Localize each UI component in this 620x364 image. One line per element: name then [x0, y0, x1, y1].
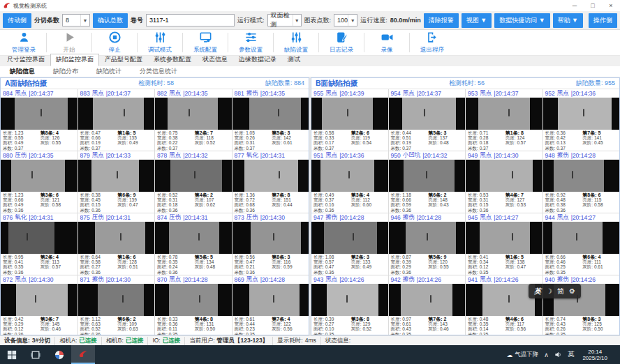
defect-image[interactable]	[466, 160, 542, 192]
defect-image[interactable]	[78, 98, 155, 130]
operate-side-button[interactable]: 操作侧	[589, 13, 617, 28]
tab-2[interactable]: 产品型号配置	[99, 54, 148, 66]
defect-image[interactable]	[232, 222, 309, 254]
tab-5[interactable]: 边缘数据记录	[233, 54, 282, 66]
defect-cell[interactable]: 878 黑点 |20:14:32 长度: 0.52 宽度: 0.31 面积: 0…	[155, 151, 232, 213]
defect-cell[interactable]: 873 压伤 |20:14:30 长度: 0.56 宽度: 0.47 面积: 0…	[232, 213, 309, 275]
minimize-button[interactable]: ─	[566, 0, 584, 11]
defect-image[interactable]	[543, 160, 620, 192]
defect-cell[interactable]: 955 黑点 |20:14:39 长度: 0.58 宽度: 0.33 面积: 0…	[311, 89, 388, 151]
defect-cell[interactable]: 950 小凹坑 |20:14:32 长度: 1.18 宽度: 0.66 面积: …	[389, 151, 466, 213]
defect-image[interactable]	[232, 98, 309, 130]
defect-cell[interactable]: 877 氧化 |20:14:31 长度: 1.36 宽度: 0.72 面积: 0…	[232, 151, 309, 213]
defect-cell[interactable]: 870 黑点 |20:14:28 长度: 0.33 宽度: 0.36 面积: 0…	[155, 275, 232, 335]
tab-1[interactable]: 缺陷监控界面	[50, 54, 99, 66]
tool-stop[interactable]: 停止	[92, 31, 137, 54]
subtab-3[interactable]: 分类信息统计	[140, 67, 177, 76]
moon-icon[interactable]: ☽	[546, 287, 552, 295]
tool-camera[interactable]: 录像	[364, 31, 409, 54]
defect-image[interactable]	[78, 284, 155, 316]
defect-image[interactable]	[311, 284, 388, 316]
ime-english-toggle[interactable]: 英	[534, 287, 541, 296]
defect-cell[interactable]: 869 黑点 |20:14:28 长度: 0.61 宽度: 0.44 面积: 0…	[232, 275, 309, 335]
subtab-1[interactable]: 缺陷分布	[53, 67, 78, 76]
view-menu-button[interactable]: 视图 ▼	[462, 13, 492, 28]
help-menu-button[interactable]: 帮助 ▼	[553, 13, 583, 28]
language-indicator[interactable]: 英	[568, 350, 575, 359]
tab-0[interactable]: 尺寸监控界面	[1, 54, 50, 66]
input-method-app-icon[interactable]	[47, 345, 71, 364]
defect-cell[interactable]: 951 黑点 |20:14:36 长度: 0.49 宽度: 0.37 面积: 0…	[311, 151, 388, 213]
slit-count-select[interactable]: 8 ▼	[62, 14, 90, 26]
confirm-total-button[interactable]: 确认总数	[93, 13, 128, 28]
start-button[interactable]	[0, 345, 24, 364]
defect-image[interactable]	[389, 98, 466, 130]
defect-cell[interactable]: 947 擦伤 |20:14:28 长度: 1.08 宽度: 0.57 面积: 0…	[311, 213, 388, 275]
defect-image[interactable]	[1, 98, 78, 130]
maximize-button[interactable]: □	[584, 0, 602, 11]
defect-image[interactable]	[1, 284, 78, 316]
ime-simplified-toggle[interactable]: 简	[557, 287, 564, 296]
close-button[interactable]: ×	[602, 0, 620, 11]
volume-icon[interactable]	[554, 351, 562, 358]
defect-cell[interactable]: 876 氧化 |20:14:31 长度: 0.95 宽度: 0.41 面积: 0…	[1, 213, 78, 275]
defect-cell[interactable]: 881 擦伤 |20:14:35 长度: 1.05 宽度: 0.26 面积: 0…	[232, 89, 309, 151]
defect-cell[interactable]: 949 黑点 |20:14:30 长度: 0.53 宽度: 0.31 面积: 0…	[466, 151, 542, 213]
tool-exit[interactable]: 退出程序	[410, 31, 455, 54]
defect-image[interactable]	[311, 160, 388, 192]
defect-cell[interactable]: 882 黑点 |20:14:35 长度: 0.75 宽度: 0.38 面积: 0…	[155, 89, 232, 151]
tray-expand-chevron-icon[interactable]: ∧	[544, 351, 549, 358]
taskbar-clock[interactable]: 20:14 2025/2/10	[580, 349, 610, 361]
tab-3[interactable]: 系统参数配置	[148, 54, 197, 66]
defect-image[interactable]	[466, 98, 542, 130]
data-quick-access-button[interactable]: 数据快捷访问 ▼	[494, 13, 549, 28]
defect-cell[interactable]: 884 黑点 |20:14:37 长度: 1.23 宽度: 0.55 面积: 0…	[1, 89, 78, 151]
defect-cell[interactable]: 874 压伤 |20:14:31 长度: 0.78 宽度: 0.35 面积: 0…	[155, 213, 232, 275]
defect-image[interactable]	[155, 284, 232, 316]
defect-cell[interactable]: 953 黑点 |20:14:37 长度: 0.71 宽度: 0.28 面积: 0…	[466, 89, 542, 151]
weather-widget[interactable]: ☁ 气温下降	[507, 351, 539, 359]
chart-points-select[interactable]: 100 ▼	[334, 14, 357, 26]
defect-cell[interactable]: 945 黑点 |20:14:27 长度: 0.41 宽度: 0.34 面积: 0…	[466, 213, 542, 275]
defect-image[interactable]	[78, 222, 155, 254]
defect-image[interactable]	[232, 160, 309, 192]
tab-4[interactable]: 状态信息	[197, 54, 233, 66]
defect-cell[interactable]: 942 擦伤 |20:14:26 长度: 0.97 宽度: 0.61 面积: 0…	[389, 275, 466, 335]
defect-image[interactable]	[155, 222, 232, 254]
defect-cell[interactable]: 875 压伤 |20:14:31 长度: 0.64 宽度: 0.58 面积: 0…	[78, 213, 155, 275]
tool-sliders-h[interactable]: 参数设置	[228, 31, 273, 54]
defect-cell[interactable]: 944 黑点 |20:14:27 长度: 0.66 宽度: 0.46 面积: 0…	[543, 213, 620, 275]
roll-number-input[interactable]	[146, 14, 235, 26]
defect-cell[interactable]: 952 黑点 |20:14:36 长度: 0.36 宽度: 0.42 面积: 0…	[543, 89, 620, 151]
defect-image[interactable]	[389, 222, 466, 254]
gear-icon[interactable]: ⚙	[569, 287, 575, 295]
tool-user[interactable]: 管理登录	[1, 31, 46, 54]
inspection-app-icon[interactable]	[71, 345, 95, 364]
defect-image[interactable]	[543, 98, 620, 130]
defect-image[interactable]	[389, 160, 466, 192]
defect-cell[interactable]: 883 黑点 |20:14:37 长度: 0.47 宽度: 0.66 面积: 0…	[78, 89, 155, 151]
defect-image[interactable]	[155, 160, 232, 192]
defect-cell[interactable]: 946 擦伤 |20:14:28 长度: 0.87 宽度: 0.39 面积: 0…	[389, 213, 466, 275]
task-view-button[interactable]	[24, 345, 47, 364]
tab-6[interactable]: 测试	[282, 54, 306, 66]
defect-cell[interactable]: 943 黑点 |20:14:26 长度: 0.39 宽度: 0.27 面积: 0…	[311, 275, 388, 335]
defect-cell[interactable]: 871 擦伤 |20:14:30 长度: 1.12 宽度: 0.63 面积: 0…	[78, 275, 155, 335]
defect-cell[interactable]: 948 擦伤 |20:14:28 长度: 0.92 宽度: 0.48 面积: 0…	[543, 151, 620, 213]
tool-monitor[interactable]: 系统配置	[183, 31, 228, 54]
run-mode-select[interactable]: 双面检测 ▼	[267, 14, 302, 26]
defect-cell[interactable]: 880 压伤 |20:14:35 长度: 1.23 宽度: 0.66 面积: 0…	[1, 151, 78, 213]
defect-image[interactable]	[311, 222, 388, 254]
tool-play[interactable]: 开始	[47, 31, 91, 54]
subtab-0[interactable]: 缺陷信息	[10, 67, 35, 76]
drive-side-button[interactable]: 传动侧	[3, 13, 31, 28]
defect-image[interactable]	[155, 98, 232, 130]
defect-image[interactable]	[78, 160, 155, 192]
defect-image[interactable]	[232, 284, 309, 316]
tool-sliders-v[interactable]: 调试模式	[138, 31, 182, 54]
tool-journal[interactable]: 日志记录	[319, 31, 364, 54]
defect-image[interactable]	[311, 98, 388, 130]
defect-cell[interactable]: 872 黑点 |20:14:30 长度: 0.42 宽度: 0.29 面积: 0…	[1, 275, 78, 335]
defect-cell[interactable]: 954 黑点 |20:14:37 长度: 0.44 宽度: 0.51 面积: 0…	[389, 89, 466, 151]
defect-image[interactable]	[389, 284, 466, 316]
